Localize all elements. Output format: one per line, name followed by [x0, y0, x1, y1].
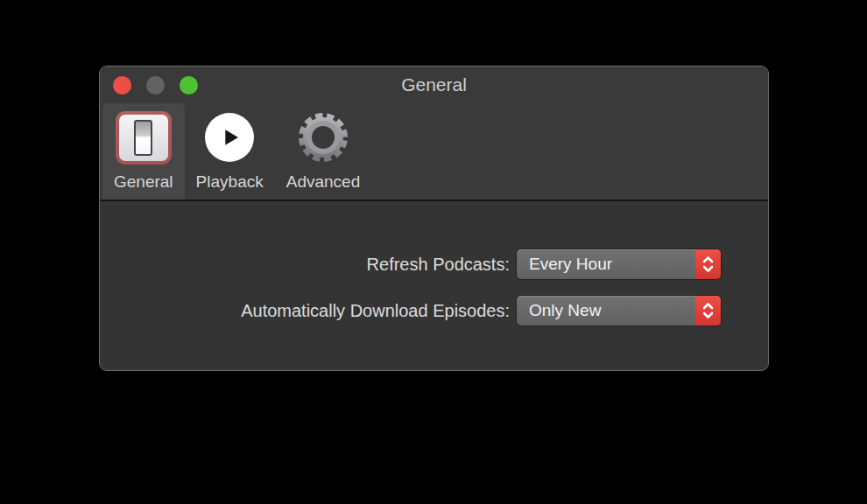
- stepper-arrows-icon: [695, 296, 721, 326]
- tab-playback[interactable]: Playback: [185, 103, 275, 200]
- close-button[interactable]: [113, 76, 131, 94]
- refresh-podcasts-dropdown[interactable]: Every Hour: [517, 249, 721, 279]
- play-icon: [205, 110, 254, 164]
- auto-download-row: Automatically Download Episodes: Only Ne…: [100, 296, 721, 326]
- preferences-toolbar: General Playback: [100, 103, 768, 201]
- tab-general[interactable]: General: [102, 103, 185, 200]
- zoom-button[interactable]: [180, 76, 198, 94]
- tab-playback-label: Playback: [196, 172, 264, 191]
- refresh-podcasts-label: Refresh Podcasts:: [367, 255, 510, 275]
- refresh-podcasts-value: Every Hour: [517, 249, 695, 279]
- window-title: General: [100, 74, 768, 95]
- tab-general-label: General: [114, 172, 173, 191]
- minimize-button[interactable]: [146, 76, 165, 94]
- preferences-window: General General Playback: [99, 66, 769, 371]
- switch-icon: [116, 110, 172, 164]
- auto-download-dropdown[interactable]: Only New: [517, 296, 721, 326]
- refresh-podcasts-row: Refresh Podcasts: Every Hour: [100, 249, 721, 279]
- general-pane: Refresh Podcasts: Every Hour Automatical…: [100, 201, 768, 326]
- tab-advanced[interactable]: Advanced: [275, 103, 372, 200]
- gear-icon: [295, 110, 351, 164]
- titlebar: General: [100, 66, 768, 103]
- tab-advanced-label: Advanced: [286, 172, 361, 191]
- auto-download-label: Automatically Download Episodes:: [241, 301, 510, 321]
- stepper-arrows-icon: [695, 249, 721, 279]
- auto-download-value: Only New: [517, 296, 695, 326]
